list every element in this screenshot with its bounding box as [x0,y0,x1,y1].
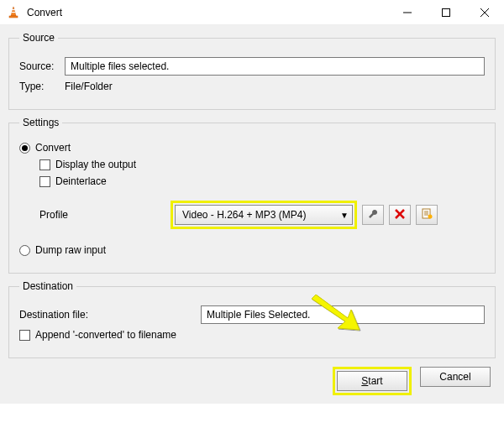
append-converted-label: Append '-converted' to filename [35,329,176,341]
new-profile-button[interactable] [416,205,438,225]
svg-rect-4 [443,8,450,16]
profile-label: Profile [39,209,165,221]
wrench-icon [367,208,379,222]
display-output-checkbox[interactable]: Display the output [39,159,485,170]
edit-profile-button[interactable] [362,205,384,225]
svg-point-13 [428,215,432,219]
profile-dropdown[interactable]: Video - H.264 + MP3 (MP4) ▼ [175,205,353,225]
destination-file-label: Destination file: [19,309,120,321]
radio-dot-icon [19,143,30,154]
svg-rect-0 [12,9,15,10]
type-value: File/Folder [65,81,113,92]
checkbox-icon [39,176,50,187]
start-button-mnemonic: S [361,375,368,387]
type-label: Type: [19,81,58,92]
checkbox-icon [39,159,50,170]
minimize-button[interactable] [388,0,427,25]
chevron-down-icon: ▼ [340,211,349,220]
source-label: Source: [19,60,58,72]
deinterlace-checkbox[interactable]: Deinterlace [39,175,485,187]
destination-legend: Destination [19,280,76,292]
vlc-cone-icon [7,6,20,19]
close-button[interactable] [465,0,504,25]
deinterlace-label: Deinterlace [55,175,107,187]
destination-file-input[interactable] [201,305,485,324]
append-converted-checkbox[interactable]: Append '-converted' to filename [19,329,485,341]
titlebar: Convert [0,0,504,25]
start-button-rest: tart [368,375,382,387]
delete-profile-button[interactable] [389,205,411,225]
profile-dropdown-value: Video - H.264 + MP3 (MP4) [182,209,340,221]
dump-raw-radio[interactable]: Dump raw input [19,244,485,256]
window-title: Convert [27,7,62,18]
radio-dot-icon [19,245,30,256]
source-group: Source Source: Type: File/Folder [8,32,496,110]
source-legend: Source [19,32,58,44]
settings-legend: Settings [19,117,62,128]
dialog-body: Source Source: Type: File/Folder Setting… [0,25,504,404]
convert-radio-label: Convert [35,142,71,154]
maximize-button[interactable] [427,0,465,25]
convert-radio[interactable]: Convert [19,142,485,154]
cancel-button-label: Cancel [439,371,470,383]
source-input[interactable] [65,57,485,76]
start-button[interactable]: Start [337,371,407,391]
new-document-icon [422,208,433,222]
svg-rect-2 [9,16,18,18]
checkbox-icon [19,330,30,341]
delete-x-icon [395,209,405,222]
annotation-highlight-profile: Video - H.264 + MP3 (MP4) ▼ [171,201,357,229]
destination-group: Destination Destination file: Append '-c… [8,280,496,358]
settings-group: Settings Convert Display the output Dein… [8,117,496,274]
display-output-label: Display the output [55,159,136,170]
svg-rect-1 [12,12,16,13]
dump-raw-label: Dump raw input [35,244,106,256]
annotation-highlight-start: Start [333,367,412,395]
cancel-button[interactable]: Cancel [420,367,491,387]
